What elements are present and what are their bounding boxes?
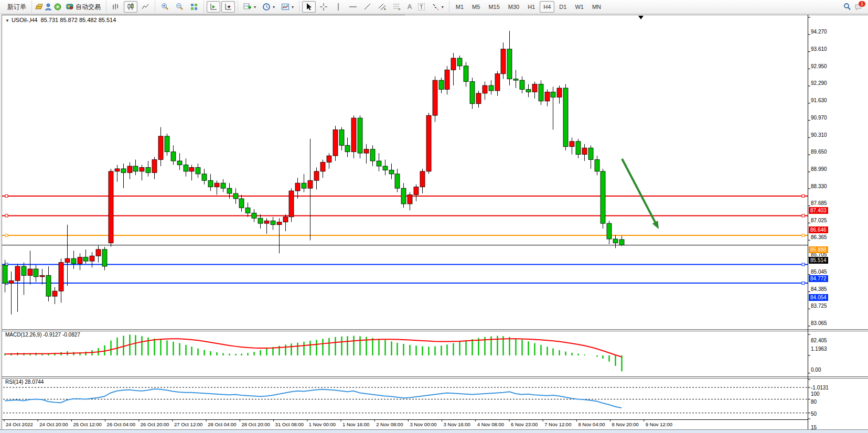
- auto-scroll-button[interactable]: [207, 1, 220, 13]
- price-axis-label: 83.725: [811, 303, 827, 309]
- timeframe-m30-button[interactable]: M30: [505, 1, 523, 13]
- time-axis-label: 1 Nov 00:00: [309, 421, 336, 427]
- zoom-in-icon: [160, 3, 169, 11]
- level-price-tag: 85.888: [809, 246, 828, 253]
- time-axis-label: 7 Nov 12:00: [544, 421, 571, 427]
- crosshair-tool-button[interactable]: [317, 1, 330, 13]
- label-tool-button[interactable]: T: [415, 1, 427, 13]
- indicators-caret-icon: ▾: [254, 5, 256, 9]
- price-axis-label: 92.290: [811, 80, 827, 86]
- timeframe-m5-button[interactable]: M5: [468, 1, 484, 13]
- search-icon[interactable]: [843, 3, 851, 11]
- time-axis-label: 24 Oct 2022: [6, 421, 33, 427]
- timeframe-mn-button[interactable]: MN: [588, 1, 605, 13]
- zoom-in-button[interactable]: [158, 1, 172, 13]
- text-tool-button[interactable]: A: [405, 1, 414, 13]
- price-axis-label: 85.045: [811, 269, 827, 275]
- rsi-axis-label: 50: [811, 411, 817, 417]
- chart-shift-button[interactable]: [221, 1, 235, 13]
- auto-scroll-icon: [209, 3, 218, 11]
- price-axis-label: 88.990: [811, 166, 827, 172]
- fibonacci-tool-button[interactable]: F: [390, 1, 404, 13]
- equidistant-channel-icon: E: [378, 3, 387, 11]
- macd-axis-label: 1.1963: [811, 346, 827, 352]
- price-axis-label: 88.330: [811, 183, 827, 189]
- shapes-caret-icon: ▾: [442, 5, 444, 9]
- templates-caret-icon: ▾: [292, 5, 294, 9]
- shapes-button[interactable]: ▾: [428, 1, 446, 13]
- templates-icon: [281, 3, 290, 11]
- crosshair-icon: [319, 3, 328, 11]
- time-axis-label: 6 Nov 23:00: [511, 421, 538, 427]
- indicators-add-icon: [243, 3, 252, 11]
- trendline-tool-button[interactable]: [361, 1, 374, 13]
- timeframe-h4-button[interactable]: H4: [540, 1, 554, 13]
- candlestick-chart-button[interactable]: [124, 1, 137, 13]
- chart-window: ▼USOil-,H4 85.731 85.872 85.482 85.514 M…: [0, 15, 868, 429]
- timeframe-toolbar: M1 M5 M15 M30 H1 H4 D1 W1 MN: [449, 1, 607, 13]
- timeframe-w1-button[interactable]: W1: [571, 1, 587, 13]
- rsi-indicator-label: RSI(14) 28.0744: [5, 379, 44, 385]
- price-axis-label: 84.385: [811, 286, 827, 292]
- price-axis-label: 83.065: [811, 320, 827, 326]
- timeframe-m1-button[interactable]: M1: [452, 1, 467, 13]
- chart-expand-icon[interactable]: ▼: [5, 18, 9, 23]
- price-axis-label: 82.405: [811, 338, 827, 343]
- market-watch-icon[interactable]: [35, 3, 43, 11]
- window-bottom-strip: [0, 429, 868, 433]
- level-price-tag: 87.403: [809, 207, 828, 214]
- notifications-icon[interactable]: 1: [854, 3, 863, 11]
- macd-indicator-label: MACD(12,26,9) -0.9127 -0.0827: [5, 332, 80, 338]
- periods-button[interactable]: ▾: [260, 1, 277, 13]
- tile-windows-icon: [190, 3, 198, 11]
- ohlc-values: 85.731 85.872 85.482 85.514: [41, 17, 116, 23]
- time-axis-label: 3 Nov 00:00: [410, 421, 436, 427]
- level-price-tag: 86.646: [809, 226, 828, 233]
- trendline-icon: [363, 3, 372, 11]
- new-order-button[interactable]: 新订单: [5, 1, 29, 13]
- price-axis-label: 93.610: [811, 46, 827, 52]
- timeframe-m15-button[interactable]: M15: [485, 1, 503, 13]
- macd-axis-label: 0.00: [811, 367, 821, 373]
- profile-icon[interactable]: [44, 3, 52, 11]
- time-axis-label: 24 Oct 20:00: [39, 421, 68, 427]
- time-axis-label: 3 Nov 16:00: [444, 421, 470, 427]
- bar-chart-button[interactable]: [109, 1, 123, 13]
- price-axis-label: 89.650: [811, 149, 827, 155]
- timeframe-h1-button[interactable]: H1: [524, 1, 539, 13]
- autotrading-label: 自动交易: [76, 3, 101, 12]
- periods-clock-icon: [262, 3, 271, 11]
- cursor-tool-button[interactable]: [302, 1, 316, 13]
- price-axis-label: 94.270: [811, 29, 827, 35]
- horizontal-line-icon: [349, 3, 357, 11]
- notification-badge: 1: [858, 1, 866, 7]
- tile-windows-button[interactable]: [187, 1, 201, 13]
- price-chart-canvas[interactable]: [0, 15, 868, 429]
- text-tool-icon: A: [408, 3, 412, 10]
- zoom-out-button[interactable]: [173, 1, 186, 13]
- autotrading-button[interactable]: 自动交易: [63, 1, 103, 13]
- channel-tool-button[interactable]: E: [376, 1, 389, 13]
- time-axis-label: 28 Oct 04:00: [208, 421, 236, 427]
- time-axis-label: 8 Nov 20:00: [612, 421, 639, 427]
- templates-button[interactable]: ▾: [278, 1, 296, 13]
- shapes-arrows-icon: [431, 3, 440, 11]
- vertical-line-tool-button[interactable]: [331, 1, 345, 13]
- level-price-tag: 84.772: [809, 275, 828, 282]
- timeframe-d1-button[interactable]: D1: [555, 1, 570, 13]
- time-axis-label: 8 Nov 04:00: [578, 421, 605, 427]
- macd-axis-label: -1.0131: [811, 385, 829, 391]
- horizontal-line-tool-button[interactable]: [346, 1, 360, 13]
- price-axis-label: 90.970: [811, 115, 827, 121]
- time-axis-label: 25 Oct 12:00: [73, 421, 101, 427]
- alerts-icon[interactable]: [53, 3, 62, 11]
- level-price-tag: 84.054: [809, 294, 828, 301]
- chart-title: ▼USOil-,H4 85.731 85.872 85.482 85.514: [5, 17, 116, 23]
- indicators-button[interactable]: ▾: [241, 1, 259, 13]
- time-axis-label: 1 Nov 16:00: [342, 421, 369, 427]
- line-chart-button[interactable]: [138, 1, 152, 13]
- svg-text:F: F: [399, 8, 401, 11]
- time-axis-label: 28 Oct 20:00: [241, 421, 270, 427]
- periods-caret-icon: ▾: [273, 5, 275, 9]
- zoom-out-icon: [175, 3, 184, 11]
